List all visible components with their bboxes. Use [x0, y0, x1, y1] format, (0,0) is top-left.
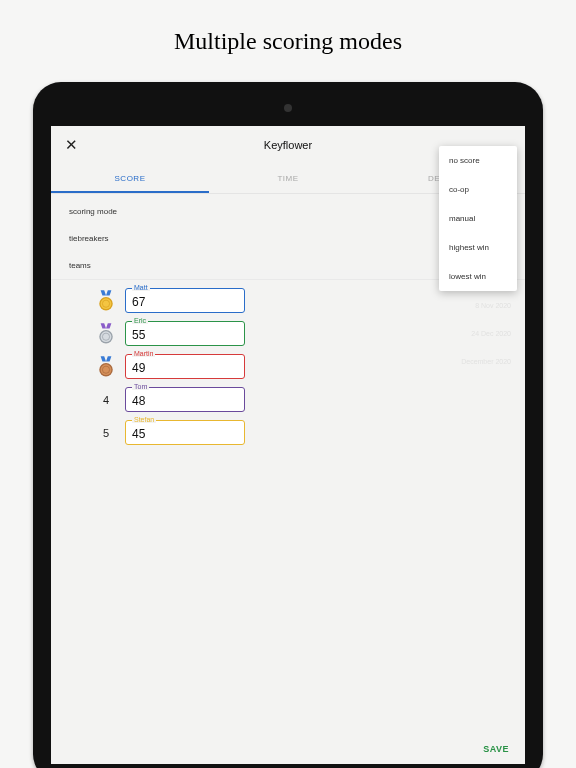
- player-name: Martin: [132, 350, 155, 357]
- player-score: 67: [132, 295, 238, 309]
- device-camera: [284, 104, 292, 112]
- score-field[interactable]: Stefan45: [125, 420, 245, 445]
- tablet-frame: ✕ Keyflower SCORETIMEDETAILS scoring mod…: [33, 82, 543, 768]
- app-screen: ✕ Keyflower SCORETIMEDETAILS scoring mod…: [51, 126, 525, 764]
- score-field[interactable]: Matt67: [125, 288, 245, 313]
- dropdown-item-co-op[interactable]: co-op: [439, 175, 517, 204]
- player-row: 4Tom48: [95, 387, 525, 412]
- player-name: Tom: [132, 383, 149, 390]
- player-score: 48: [132, 394, 238, 408]
- score-field[interactable]: Martin49: [125, 354, 245, 379]
- dropdown-item-lowest-win[interactable]: lowest win: [439, 262, 517, 291]
- bronze-medal-icon: [95, 356, 117, 378]
- player-score: 49: [132, 361, 238, 375]
- page-heading: Multiple scoring modes: [0, 0, 576, 73]
- ghost-date: 24 Dec 2020: [461, 330, 511, 337]
- gold-medal-icon: [95, 290, 117, 312]
- dropdown-item-no-score[interactable]: no score: [439, 146, 517, 175]
- dropdown-item-manual[interactable]: manual: [439, 204, 517, 233]
- player-name: Eric: [132, 317, 148, 324]
- players-list: Matt67 Eric55 Martin494Tom485Stefan45: [51, 288, 525, 445]
- ghost-date: 8 Nov 2020: [461, 302, 511, 309]
- dropdown-item-highest-win[interactable]: highest win: [439, 233, 517, 262]
- rank-number: 4: [95, 394, 117, 406]
- rank-number: 5: [95, 427, 117, 439]
- score-field[interactable]: Eric55: [125, 321, 245, 346]
- player-name: Stefan: [132, 416, 156, 423]
- player-score: 55: [132, 328, 238, 342]
- save-button[interactable]: SAVE: [483, 744, 509, 754]
- scoring-mode-dropdown[interactable]: no scoreco-opmanualhighest winlowest win: [439, 146, 517, 291]
- score-field[interactable]: Tom48: [125, 387, 245, 412]
- tab-score[interactable]: SCORE: [51, 166, 209, 193]
- tab-time[interactable]: TIME: [209, 166, 367, 193]
- player-row: 5Stefan45: [95, 420, 525, 445]
- silver-medal-icon: [95, 323, 117, 345]
- player-name: Matt: [132, 284, 150, 291]
- ghost-date: December 2020: [461, 358, 511, 365]
- player-score: 45: [132, 427, 238, 441]
